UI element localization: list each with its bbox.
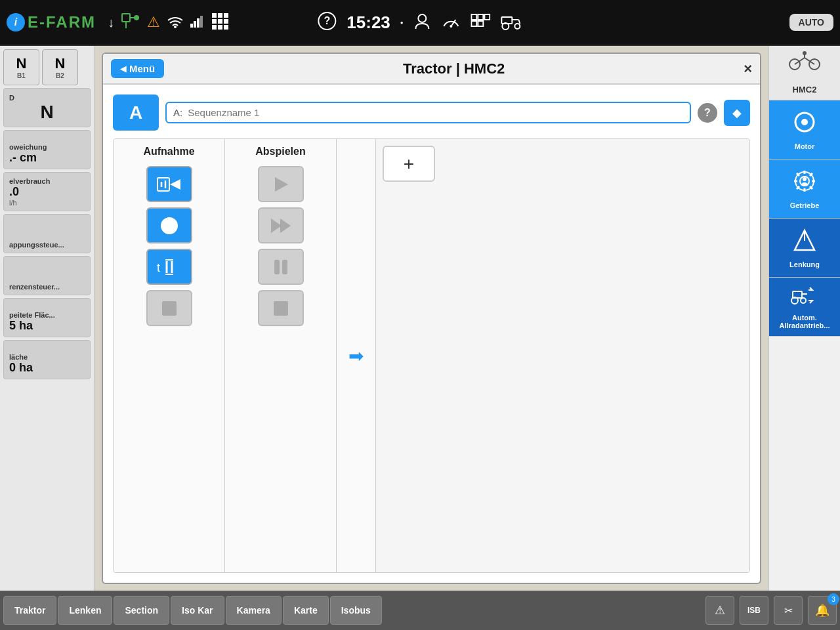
add-sequence-button[interactable]: + [383, 146, 435, 182]
grid2-icon[interactable] [471, 12, 491, 33]
arrow-column: ➡ [337, 139, 376, 572]
top-bar: i E-FARM ↓ ⚠ [0, 0, 840, 46]
svg-rect-16 [218, 25, 222, 30]
svg-marker-46 [280, 219, 291, 233]
app-logo: i E-FARM [7, 13, 96, 32]
wifi-icon[interactable] [167, 14, 184, 32]
svg-rect-5 [190, 24, 193, 28]
svg-line-32 [519, 20, 520, 24]
arrow-right-icon: ➡ [348, 345, 364, 367]
sequence-input-label: A: [173, 107, 182, 118]
svg-rect-48 [282, 260, 287, 274]
right-sidebar: HMC2 Motor [768, 46, 840, 591]
bell-icon: 🔔 [815, 603, 830, 618]
info-icon[interactable]: i [7, 13, 25, 32]
isb-button[interactable]: ISB [740, 596, 768, 625]
diamond-button[interactable]: ◆ [724, 100, 750, 126]
motor-label: Motor [795, 142, 815, 150]
svg-rect-11 [224, 13, 228, 18]
svg-rect-0 [122, 14, 130, 22]
allrad-icon [790, 285, 819, 310]
sequence-input-wrapper: A: [165, 102, 691, 123]
getriebe-button[interactable]: Getriebe [769, 159, 840, 219]
d-label: D [9, 94, 85, 102]
svg-rect-10 [218, 13, 222, 18]
svg-rect-14 [224, 19, 228, 24]
sequence-name-input[interactable] [188, 107, 683, 118]
skip-forward-button[interactable] [258, 207, 304, 243]
kraftst-unit: l/h [9, 199, 85, 207]
lenkung-icon [792, 228, 817, 257]
pause-button[interactable] [258, 249, 304, 285]
n-b2-value: N [55, 55, 66, 72]
bell-button[interactable]: 🔔 3 [808, 596, 837, 625]
record-circle-button[interactable] [146, 207, 192, 243]
sequence-list-column: + [376, 139, 749, 572]
close-button[interactable]: × [744, 60, 752, 77]
timer-button[interactable]: t [146, 249, 192, 285]
dialog-window: Menü Tractor | HMC2 × A A: ? ◆ [102, 52, 761, 584]
tab-karte[interactable]: Karte [283, 596, 329, 625]
tractor-icon[interactable] [501, 12, 523, 33]
help-circle-icon[interactable]: ? [317, 11, 337, 34]
svg-rect-13 [218, 19, 222, 24]
svg-rect-9 [212, 13, 217, 18]
abweichung-label: oweichung [9, 143, 85, 151]
bottom-tab-bar: Traktor Lenken Section Iso Kar Kamera Ka… [0, 591, 840, 630]
top-bar-center: ? 15:23 ● [317, 11, 522, 34]
play-button[interactable] [258, 166, 304, 202]
b1-label: B1 [17, 72, 26, 79]
abweichung-value: .- cm [9, 151, 85, 165]
tab-iso-kar[interactable]: Iso Kar [171, 596, 224, 625]
sequence-a-button[interactable]: A [113, 94, 159, 131]
download-icon[interactable]: ↓ [108, 15, 114, 30]
svg-rect-43 [162, 301, 177, 316]
help-button[interactable]: ? [698, 103, 717, 123]
controls-area: Aufnahme [113, 138, 750, 573]
svg-point-22 [450, 25, 453, 28]
stop-button-aufnahme[interactable] [146, 290, 192, 326]
svg-point-37 [161, 217, 178, 234]
allrad-button[interactable]: Autom. Allradantrieb... [769, 278, 840, 337]
auto-button[interactable]: AUTO [789, 14, 833, 31]
grenzen-label: renzensteuer... [9, 283, 85, 291]
hmc2-section: HMC2 [769, 46, 840, 100]
dialog-body: A A: ? ◆ Aufnahme [103, 85, 760, 583]
b2-label: B2 [56, 72, 64, 79]
svg-text:?: ? [324, 15, 330, 26]
tab-section[interactable]: Section [114, 596, 169, 625]
user-icon[interactable] [413, 12, 432, 33]
tab-isobus[interactable]: Isobus [330, 596, 382, 625]
scissors-button[interactable]: ✂ [774, 596, 803, 625]
svg-rect-24 [478, 14, 484, 20]
speedometer-icon[interactable] [442, 12, 461, 33]
svg-rect-12 [212, 19, 217, 24]
svg-marker-34 [170, 179, 180, 190]
satellite-icon[interactable] [121, 12, 140, 33]
clock: 15:23 [346, 12, 390, 33]
lenkung-button[interactable]: Lenkung [769, 219, 840, 278]
svg-rect-47 [274, 260, 280, 274]
stop-button-abspielen[interactable] [258, 290, 304, 326]
motor-button[interactable]: Motor [769, 100, 840, 159]
allrad-label: Autom. Allradantrieb... [769, 314, 840, 329]
warning-icon[interactable]: ⚠ [147, 14, 160, 31]
hmc2-icon [788, 51, 821, 82]
hmc2-label: HMC2 [793, 85, 817, 94]
tab-lenken[interactable]: Lenken [58, 596, 112, 625]
tab-traktor[interactable]: Traktor [3, 596, 56, 625]
signal-icon[interactable] [190, 14, 205, 31]
menu-button[interactable]: Menü [111, 59, 164, 78]
warning-bottom-button[interactable]: ⚠ [705, 596, 734, 625]
tab-kamera[interactable]: Kamera [226, 596, 282, 625]
dialog-header: Menü Tractor | HMC2 × [103, 54, 760, 85]
record-button[interactable] [146, 166, 192, 202]
flaeche2-value: 0 ha [9, 361, 85, 375]
bell-badge: 3 [828, 593, 839, 605]
dialog-area: Menü Tractor | HMC2 × A A: ? ◆ [95, 46, 768, 591]
abspielen-header: Abspielen [232, 146, 329, 158]
flaeche2-label: läche [9, 353, 85, 361]
n-b2-box: N B2 [42, 49, 78, 85]
lenkung-label: Lenkung [789, 261, 820, 268]
grid-icon[interactable] [211, 12, 228, 33]
